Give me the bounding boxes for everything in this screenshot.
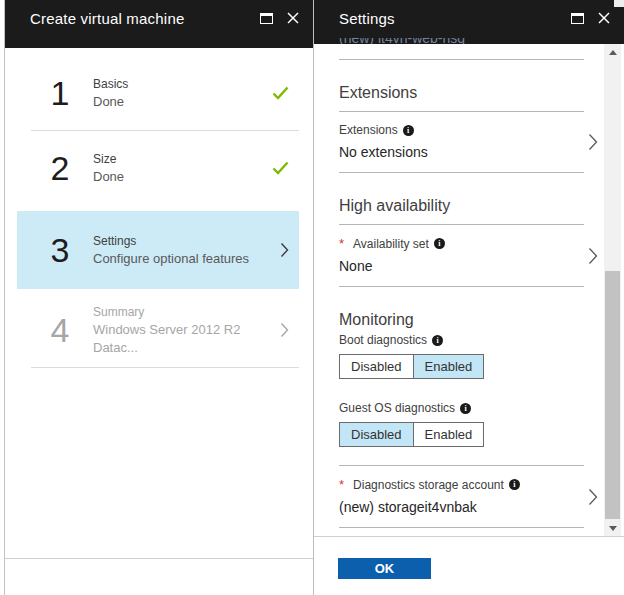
field-value: (new) storageit4vnbak [339,499,584,515]
info-icon[interactable] [432,335,443,346]
wizard-steps: 1 Basics Done 2 Size Done 3 Settings [5,48,313,368]
section-heading-monitoring: Monitoring [339,311,584,331]
info-icon[interactable] [460,403,471,414]
boot-diagnostics-disabled-button[interactable]: Disabled [339,354,414,379]
chevron-right-icon [263,322,289,338]
availability-set-field[interactable]: * Availability set None [339,225,584,286]
boot-diagnostics-toggle: Disabled Enabled [339,354,484,379]
settings-form: Extensions Extensions No extensions High… [314,44,624,536]
scroll-down-arrow-icon[interactable] [604,520,621,536]
create-vm-blade-header: Create virtual machine [5,0,313,48]
step-number: 4 [43,313,77,347]
check-icon [263,161,289,175]
step-number: 3 [43,233,77,267]
settings-blade: Settings (new) it4vn-web-nsg Extensions … [313,0,624,595]
scrollbar[interactable] [604,44,621,536]
step-label: Size [93,150,263,168]
scrollbar-thumb[interactable] [605,271,620,519]
step-size[interactable]: 2 Size Done [17,135,299,201]
required-star: * [339,477,344,492]
step-label: Basics [93,75,263,93]
step-number: 1 [43,76,77,110]
step-sublabel: Windows Server 2012 R2 Datac... [93,321,263,357]
settings-footer: OK [314,536,624,595]
divider [339,172,584,173]
divider [31,130,299,131]
field-label: Availability set [353,237,429,251]
step-settings[interactable]: 3 Settings Configure optional features [17,211,299,289]
corner-notch [614,0,624,7]
scroll-up-arrow-icon[interactable] [604,44,621,60]
check-icon [263,86,289,100]
chevron-right-icon [263,242,289,258]
diagnostics-storage-account-field[interactable]: * Diagnostics storage account (new) stor… [339,466,584,527]
step-summary[interactable]: 4 Summary Windows Server 2012 R2 Datac..… [17,297,299,363]
divider [339,286,584,287]
ok-button[interactable]: OK [338,558,431,579]
settings-blade-header: Settings (new) it4vn-web-nsg [314,0,624,44]
chevron-right-icon [588,488,598,510]
section-heading-extensions: Extensions [339,84,584,111]
guest-os-diagnostics-label: Guest OS diagnostics [339,401,455,415]
info-icon[interactable] [434,238,445,249]
step-label: Summary [93,303,263,321]
guest-os-diagnostics-enabled-button[interactable]: Enabled [413,422,485,447]
field-label: Extensions [339,123,398,137]
divider [31,367,299,368]
guest-os-diagnostics-toggle: Disabled Enabled [339,422,484,447]
field-value: None [339,258,584,274]
blade-title: Create virtual machine [30,10,184,27]
section-heading-high-availability: High availability [339,197,584,224]
extensions-field[interactable]: Extensions No extensions [339,112,584,172]
chevron-right-icon [588,133,598,155]
step-basics[interactable]: 1 Basics Done [17,60,299,126]
divider [339,59,584,60]
blade-title: Settings [339,10,395,27]
boot-diagnostics-enabled-button[interactable]: Enabled [413,354,485,379]
guest-os-diagnostics-disabled-button[interactable]: Disabled [339,422,414,447]
required-star: * [339,236,344,251]
maximize-icon[interactable] [571,13,584,24]
close-icon[interactable] [287,12,299,24]
info-icon[interactable] [403,125,414,136]
step-sublabel: Done [93,93,263,111]
info-icon[interactable] [509,479,520,490]
field-label: Diagnostics storage account [353,478,504,492]
step-sublabel: Configure optional features [93,250,263,268]
chevron-right-icon [588,247,598,269]
boot-diagnostics-label: Boot diagnostics [339,333,427,347]
step-number: 2 [43,151,77,185]
create-vm-blade: Create virtual machine 1 Basics Done 2 S… [4,0,313,595]
divider [339,527,584,528]
maximize-icon[interactable] [260,13,273,24]
field-value: No extensions [339,144,584,160]
step-label: Settings [93,232,263,250]
close-icon[interactable] [598,12,610,24]
step-sublabel: Done [93,168,263,186]
left-blade-footer [5,558,313,595]
